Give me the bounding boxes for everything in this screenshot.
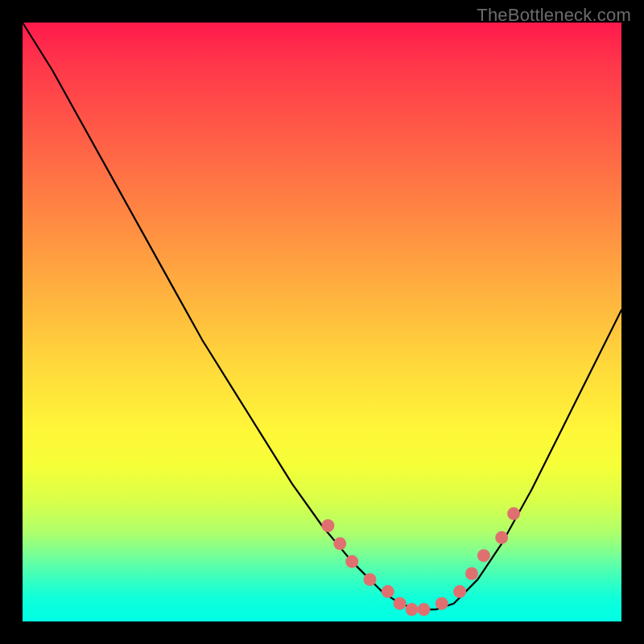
marker-dot [436,597,448,610]
marker-dot [364,573,377,586]
marker-dot [382,585,394,598]
chart-svg [23,23,621,621]
marker-dot [321,519,334,532]
marker-dot [333,537,346,550]
marker-dot [453,585,466,598]
marker-dot [394,597,407,610]
marker-dot [465,568,478,580]
marker-dot [418,603,431,616]
marker-dot [345,555,358,568]
bottleneck-curve [23,23,621,609]
marker-dot [495,531,508,544]
marker-dot [406,603,419,616]
marker-dot [477,549,490,562]
chart-gradient-frame [23,23,621,621]
marker-dot [507,507,520,520]
